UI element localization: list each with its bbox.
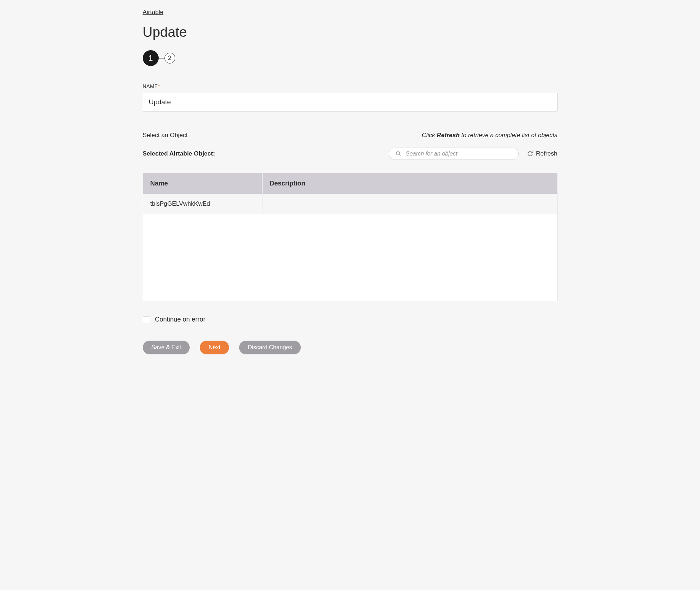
discard-changes-button[interactable]: Discard Changes xyxy=(239,341,301,354)
select-object-hint: Click Refresh to retrieve a complete lis… xyxy=(422,132,557,139)
hint-prefix: Click xyxy=(422,132,437,139)
search-box[interactable] xyxy=(389,148,519,160)
name-field-label: NAME* xyxy=(143,83,558,89)
table-header-description[interactable]: Description xyxy=(262,173,557,194)
hint-suffix: to retrieve a complete list of objects xyxy=(459,132,557,139)
select-object-label: Select an Object xyxy=(143,132,188,139)
selected-object-label: Selected Airtable Object: xyxy=(143,150,215,157)
table-empty-area xyxy=(143,214,557,301)
svg-line-1 xyxy=(399,154,400,156)
table-header-name[interactable]: Name xyxy=(143,173,262,194)
table-cell-name: tblsPgGELVwhkKwEd xyxy=(143,194,262,214)
refresh-icon xyxy=(527,151,533,157)
name-input[interactable] xyxy=(143,93,558,112)
search-icon xyxy=(396,151,401,157)
required-indicator: * xyxy=(158,83,160,89)
table-cell-description xyxy=(262,194,557,214)
step-2[interactable]: 2 xyxy=(164,53,175,64)
page-title: Update xyxy=(143,25,558,40)
step-connector xyxy=(159,58,164,58)
refresh-button[interactable]: Refresh xyxy=(527,150,558,157)
name-label-text: NAME xyxy=(143,83,158,89)
svg-point-0 xyxy=(396,152,400,155)
breadcrumb-link[interactable]: Airtable xyxy=(143,9,164,16)
object-table-container: Name Description tblsPgGELVwhkKwEd xyxy=(143,173,558,301)
next-button[interactable]: Next xyxy=(200,341,229,354)
stepper: 1 2 xyxy=(143,50,558,66)
continue-on-error-checkbox[interactable] xyxy=(143,316,150,323)
table-row[interactable]: tblsPgGELVwhkKwEd xyxy=(143,194,557,214)
step-1[interactable]: 1 xyxy=(143,50,159,66)
object-table: Name Description tblsPgGELVwhkKwEd xyxy=(143,173,557,214)
save-exit-button[interactable]: Save & Exit xyxy=(143,341,190,354)
hint-bold: Refresh xyxy=(437,132,459,139)
continue-on-error-label: Continue on error xyxy=(155,316,206,323)
refresh-label: Refresh xyxy=(536,150,558,157)
search-input[interactable] xyxy=(406,150,512,157)
